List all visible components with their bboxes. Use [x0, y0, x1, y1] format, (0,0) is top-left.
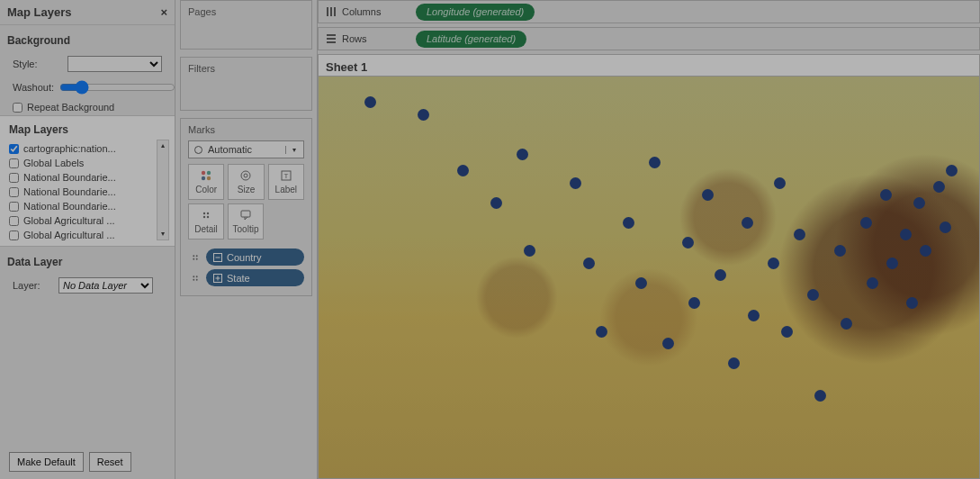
svg-rect-29	[327, 34, 336, 36]
svg-point-19	[193, 276, 194, 277]
make-default-button[interactable]: Make Default	[9, 452, 84, 472]
size-icon	[239, 169, 252, 182]
rows-label: Rows	[342, 33, 367, 44]
svg-point-11	[207, 216, 209, 218]
layer-label: National Boundarie...	[23, 201, 116, 212]
layer-item[interactable]: National Boundarie...	[9, 185, 169, 199]
scroll-up-icon[interactable]: ▴	[157, 140, 168, 151]
svg-point-5	[244, 174, 247, 177]
layer-item[interactable]: cartographic:nation...	[9, 141, 169, 156]
filters-card: Filters	[180, 57, 312, 111]
layer-checkbox[interactable]	[9, 187, 19, 197]
layer-item[interactable]: National Boundarie...	[9, 170, 169, 185]
layer-checkbox[interactable]	[9, 230, 19, 240]
chevron-down-icon: ▾	[285, 146, 298, 154]
svg-point-15	[193, 258, 194, 259]
filters-title: Filters	[181, 58, 311, 79]
svg-rect-31	[327, 41, 336, 43]
data-layer-select[interactable]: No Data Layer	[58, 277, 153, 294]
detail-shelf-icon	[188, 272, 202, 285]
layer-label: cartographic:nation...	[23, 143, 116, 154]
svg-rect-27	[330, 7, 332, 16]
detail-button[interactable]: Detail	[188, 203, 224, 240]
tooltip-button[interactable]: Tooltip	[228, 203, 264, 240]
svg-rect-12	[241, 211, 250, 217]
svg-rect-30	[327, 38, 336, 40]
layer-label: National Boundarie...	[23, 186, 116, 197]
svg-point-3	[207, 176, 211, 180]
color-icon	[200, 169, 212, 182]
pages-title: Pages	[181, 1, 311, 23]
label-button[interactable]: T Label	[268, 164, 304, 200]
background-section-title: Background	[0, 25, 175, 52]
svg-point-1	[207, 171, 211, 175]
map-layers-title: Map Layers	[7, 5, 72, 19]
svg-point-0	[202, 171, 205, 175]
map-layers-header: Map Layers ×	[0, 0, 175, 25]
layer-checkbox[interactable]	[9, 202, 19, 212]
washout-slider[interactable]	[59, 80, 175, 95]
layer-label: Global Labels	[23, 158, 84, 168]
repeat-background-checkbox[interactable]	[13, 103, 22, 113]
size-button[interactable]: Size	[228, 164, 264, 200]
country-pill[interactable]: Country	[206, 249, 304, 266]
state-pill[interactable]: State	[206, 269, 304, 286]
label-icon: T	[280, 169, 292, 182]
repeat-background-label: Repeat Background	[27, 102, 114, 113]
svg-point-20	[196, 276, 198, 277]
circle-icon	[194, 146, 202, 154]
layer-checkbox[interactable]	[9, 158, 19, 168]
pages-card: Pages	[180, 0, 312, 50]
marks-card: Marks Automatic ▾ Color Size T Label	[180, 118, 312, 296]
latitude-pill[interactable]: Latitude (generated)	[416, 31, 526, 48]
layer-item[interactable]: Global Agricultural ...	[9, 228, 169, 242]
columns-label: Columns	[342, 6, 381, 17]
svg-point-8	[203, 212, 205, 214]
svg-rect-26	[327, 7, 328, 16]
detail-shelf-icon	[188, 251, 202, 264]
detail-icon	[200, 209, 212, 221]
mark-type-label: Automatic	[208, 144, 252, 155]
svg-point-9	[207, 212, 209, 214]
columns-shelf: Columns Longitude (generated)	[318, 0, 980, 23]
longitude-pill[interactable]: Longitude (generated)	[416, 4, 535, 21]
svg-text:T: T	[283, 172, 288, 180]
svg-point-21	[193, 278, 194, 280]
layer-item[interactable]: National Boundarie...	[9, 199, 169, 213]
style-label: Style:	[13, 59, 62, 69]
marks-title: Marks	[181, 119, 311, 140]
layers-scrollbar[interactable]: ▴ ▾	[157, 140, 169, 240]
rows-icon	[326, 33, 337, 44]
map-view[interactable]	[318, 76, 980, 479]
map-layers-section-title: Map Layers	[0, 122, 175, 141]
layer-label: Global Agricultural ...	[23, 230, 115, 240]
svg-point-22	[196, 278, 198, 280]
color-button[interactable]: Color	[188, 164, 224, 200]
style-select[interactable]	[67, 56, 162, 72]
columns-icon	[326, 6, 337, 17]
layer-label: National Boundarie...	[23, 172, 116, 183]
svg-point-13	[193, 255, 194, 257]
layer-checkbox[interactable]	[9, 216, 19, 226]
layer-item[interactable]: Global Labels	[9, 156, 169, 170]
svg-point-16	[196, 258, 198, 259]
svg-point-14	[196, 255, 198, 257]
svg-point-2	[202, 176, 205, 180]
tooltip-icon	[239, 209, 252, 221]
close-icon[interactable]: ×	[160, 5, 167, 19]
scroll-down-icon[interactable]: ▾	[157, 229, 168, 240]
map-layers-list-section: Map Layers cartographic:nation...Global …	[0, 115, 175, 247]
washout-label: Washout:	[13, 82, 54, 93]
reset-button[interactable]: Reset	[89, 452, 131, 472]
plus-icon	[213, 274, 222, 283]
rows-shelf: Rows Latitude (generated)	[318, 27, 980, 50]
layer-checkbox[interactable]	[9, 144, 19, 154]
layer-item[interactable]: Global Agricultural ...	[9, 213, 169, 228]
data-layer-section-title: Data Layer	[0, 247, 175, 274]
layer-checkbox[interactable]	[9, 173, 19, 183]
layer-label: Layer:	[13, 280, 53, 291]
sheet-title: Sheet 1	[318, 54, 980, 76]
svg-point-4	[241, 171, 250, 180]
minus-icon	[213, 253, 222, 262]
mark-type-select[interactable]: Automatic ▾	[188, 140, 304, 158]
